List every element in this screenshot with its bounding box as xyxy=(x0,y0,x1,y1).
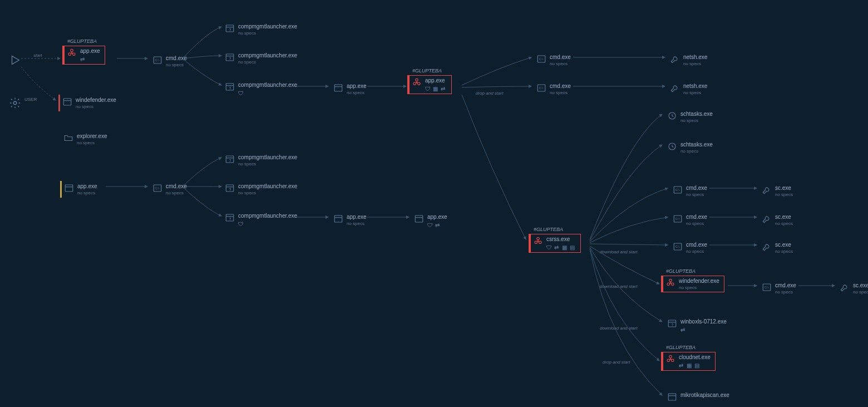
unknown-window-icon: ? xyxy=(225,154,235,164)
node-sc4[interactable]: sc.exeno specs xyxy=(837,280,868,297)
unknown-window-icon: ? xyxy=(225,52,235,62)
node-cmd5[interactable]: C:\ cmd.exeno specs xyxy=(670,183,709,199)
net-icon: ⇄ xyxy=(679,362,685,369)
node-netsh2[interactable]: netsh.exeno specs xyxy=(668,81,709,97)
node-label: compmgmtlauncher.exe xyxy=(238,82,297,88)
svg-point-7 xyxy=(13,101,17,105)
node-cml4[interactable]: ? compmgmtlauncher.exeno specs xyxy=(223,152,299,169)
unknown-window-icon: ? xyxy=(225,213,235,223)
node-cml2[interactable]: ? compmgmtlauncher.exeno specs xyxy=(223,50,299,67)
svg-text:drop and start: drop and start xyxy=(476,91,504,96)
node-windefender2[interactable]: #GLUPTEBA windefender.exe no specs xyxy=(661,276,724,292)
terminal-icon: C:\ xyxy=(152,55,162,65)
node-label: compmgmtlauncher.exe xyxy=(238,23,297,30)
node-app-root[interactable]: #GLUPTEBA app.exe ⇄ xyxy=(62,46,105,65)
node-explorer[interactable]: explorer.exe no specs xyxy=(61,131,109,148)
node-sc2[interactable]: sc.exeno specs xyxy=(760,212,795,228)
node-label: winboxls-0712.exe xyxy=(680,318,727,325)
svg-rect-12 xyxy=(63,99,71,105)
node-label: cmd.exe xyxy=(775,282,796,288)
svg-text:C:\: C:\ xyxy=(675,245,680,248)
svg-point-8 xyxy=(71,52,73,54)
node-label: explorer.exe xyxy=(77,133,107,139)
node-cml3[interactable]: ? compmgmtlauncher.exe🛡 xyxy=(223,80,299,99)
biohazard-icon xyxy=(665,354,675,364)
node-label: app.exe xyxy=(77,183,97,189)
biohazard-icon xyxy=(533,236,543,246)
node-app2[interactable]: app.exe no specs xyxy=(60,181,100,198)
node-schtasks1[interactable]: schtasks.exeno specs xyxy=(665,109,715,125)
node-sub: no specs xyxy=(347,221,367,226)
node-cmd1[interactable]: C:\ cmd.exe no specs xyxy=(150,53,189,70)
unknown-window-icon: ? xyxy=(225,82,235,92)
node-label: compmgmtlauncher.exe xyxy=(238,154,297,160)
net-icon: ⇄ xyxy=(441,86,447,92)
node-csrss[interactable]: #GLUPTEBA csrss.exe 🛡⇄▦▤ xyxy=(529,234,581,253)
svg-point-75 xyxy=(667,359,670,362)
svg-text:?: ? xyxy=(229,188,231,192)
svg-text:C:\: C:\ xyxy=(675,217,680,220)
malware-tag: #GLUPTEBA xyxy=(666,345,696,350)
unknown-window-icon: ? xyxy=(667,318,677,328)
net-icon: ⇄ xyxy=(680,327,687,333)
node-cmd3[interactable]: C:\ cmd.exeno specs xyxy=(534,52,573,68)
node-netsh1[interactable]: netsh.exeno specs xyxy=(668,52,709,68)
biohazard-icon xyxy=(67,48,77,58)
node-label: mikrotikapiscan.exe xyxy=(680,392,729,398)
node-sub: no specs xyxy=(683,90,707,95)
node-label: cmd.exe xyxy=(166,183,187,189)
node-label: app.exe xyxy=(80,48,100,54)
node-cloudnet[interactable]: #GLUPTEBA cloudnet.exe ⇄▦▤ xyxy=(661,352,716,371)
node-label: cmd.exe xyxy=(550,54,571,60)
node-label: windefender.exe xyxy=(76,97,116,103)
node-windefender[interactable]: windefender.exe no specs xyxy=(58,95,119,111)
node-cml6[interactable]: ? compmgmtlauncher.exe🛡 xyxy=(223,210,299,229)
svg-point-43 xyxy=(416,79,418,81)
node-sub: no specs xyxy=(680,118,713,123)
svg-point-64 xyxy=(670,282,672,284)
node-sub: no specs xyxy=(775,249,793,254)
unknown-window-icon: ? xyxy=(225,23,235,33)
node-sc3[interactable]: sc.exeno specs xyxy=(760,239,795,256)
node-sub: no specs xyxy=(679,285,719,290)
node-sub: no specs xyxy=(853,290,868,295)
svg-text:?: ? xyxy=(672,323,674,327)
node-cml5[interactable]: ? compmgmtlauncher.exeno specs xyxy=(223,181,299,198)
node-app3[interactable]: app.exeno specs xyxy=(331,81,369,97)
node-winbox[interactable]: ? winboxls-0712.exe⇄ xyxy=(665,316,729,335)
terminal-icon: C:\ xyxy=(673,214,683,224)
svg-point-55 xyxy=(539,241,542,244)
svg-text:C:\: C:\ xyxy=(155,187,160,190)
window-icon xyxy=(333,83,343,93)
node-app6[interactable]: app.exe🛡⇄ xyxy=(412,212,450,231)
node-mikrotik[interactable]: mikrotikapiscan.exe xyxy=(665,390,732,404)
biohazard-icon xyxy=(412,77,422,87)
node-label: compmgmtlauncher.exe xyxy=(238,213,297,219)
biohazard-icon xyxy=(665,278,675,288)
gear-icon xyxy=(9,97,21,109)
node-cmd6[interactable]: C:\ cmd.exeno specs xyxy=(670,212,709,228)
node-sub: no specs xyxy=(238,190,297,195)
node-cmd4[interactable]: C:\ cmd.exeno specs xyxy=(534,81,573,97)
node-label: cloudnet.exe xyxy=(679,354,711,360)
node-app4[interactable]: app.exeno specs xyxy=(331,212,369,228)
node-sc1[interactable]: sc.exeno specs xyxy=(760,183,795,199)
node-app5[interactable]: #GLUPTEBA app.exe 🛡▦⇄ xyxy=(407,75,452,94)
node-cmd8[interactable]: C:\ cmd.exeno specs xyxy=(760,280,798,297)
node-sub: no specs xyxy=(775,221,793,226)
terminal-icon: C:\ xyxy=(673,185,683,195)
node-cmd2[interactable]: C:\ cmd.exe no specs xyxy=(150,181,189,198)
node-cmd7[interactable]: C:\ cmd.exeno specs xyxy=(670,239,709,256)
svg-point-66 xyxy=(667,283,670,286)
svg-rect-38 xyxy=(334,85,342,91)
node-label: cmd.exe xyxy=(686,242,707,248)
svg-point-76 xyxy=(672,359,674,362)
node-cml1[interactable]: ? compmgmtlauncher.exeno specs xyxy=(223,21,299,38)
root-play xyxy=(7,52,23,68)
node-schtasks2[interactable]: schtasks.exeno specs xyxy=(665,139,715,156)
svg-rect-14 xyxy=(65,185,73,192)
net-icon: ⇄ xyxy=(554,244,560,251)
node-label: app.exe xyxy=(427,214,447,220)
node-label: app.exe xyxy=(347,83,367,89)
svg-marker-6 xyxy=(12,56,19,65)
